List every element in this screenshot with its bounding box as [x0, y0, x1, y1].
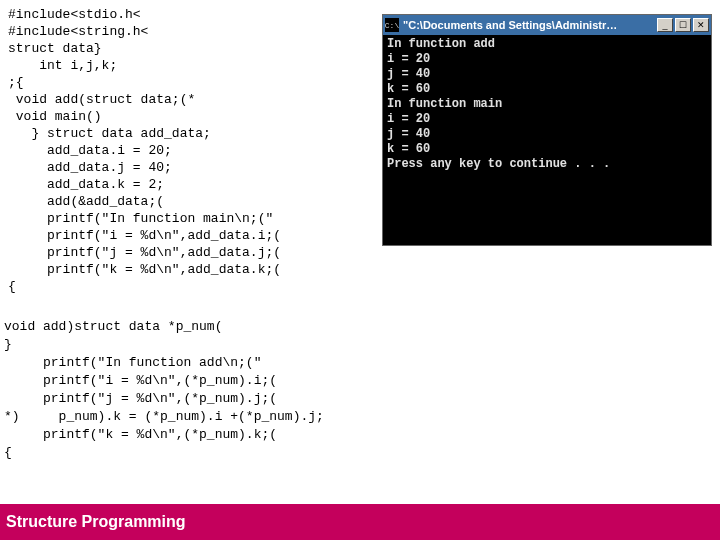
slide-footer: Structure Programming	[0, 504, 720, 540]
console-app-icon: C:\	[385, 18, 399, 32]
source-code-top: #include<stdio.h< #include<string.h< str…	[8, 6, 378, 295]
console-titlebar: C:\ "C:\Documents and Settings\Administr…	[383, 15, 711, 35]
close-button[interactable]: ✕	[693, 18, 709, 32]
source-code-bottom: void add)struct data *p_num( } printf("I…	[4, 318, 374, 462]
footer-title: Structure Programming	[6, 513, 186, 531]
console-title: "C:\Documents and Settings\Administr…	[403, 19, 655, 31]
console-window: C:\ "C:\Documents and Settings\Administr…	[382, 14, 712, 246]
minimize-button[interactable]: _	[657, 18, 673, 32]
maximize-button[interactable]: ☐	[675, 18, 691, 32]
console-output: In function add i = 20 j = 40 k = 60 In …	[383, 35, 711, 174]
